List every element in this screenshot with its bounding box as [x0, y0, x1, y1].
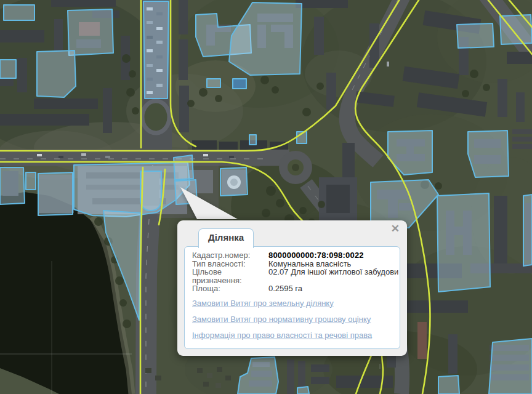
- field-value: 8000000000:78:098:0022: [268, 251, 364, 260]
- link-ownership-rights-info[interactable]: Інформація про право власності та речові…: [192, 331, 392, 339]
- close-icon[interactable]: ✕: [391, 222, 400, 236]
- field-ownership-type: Тип власності: Комунальна власність: [192, 260, 392, 268]
- parcel-links: Замовити Витяг про земельну ділянку Замо…: [185, 293, 400, 339]
- field-value: Комунальна власність: [268, 260, 351, 268]
- field-cadastral-number: Кадастр.номер: 8000000000:78:098:0022: [192, 251, 392, 260]
- field-label: Цільове призначення:: [192, 268, 268, 284]
- link-order-parcel-extract[interactable]: Замовити Витяг про земельну ділянку: [192, 299, 392, 307]
- parcel-info-panel: Кадастр.номер: 8000000000:78:098:0022 Ти…: [184, 246, 400, 349]
- field-label: Площа:: [192, 284, 268, 293]
- field-value: 02.07 Для іншої житлової забудови: [268, 268, 398, 284]
- cadastral-map-app: ✕ Ділянка Кадастр.номер: 8000000000:78:0…: [0, 0, 532, 394]
- field-label: Тип власності:: [192, 260, 268, 268]
- tab-parcel[interactable]: Ділянка: [198, 228, 254, 248]
- field-purpose: Цільове призначення: 02.07 Для іншої жит…: [192, 268, 392, 284]
- field-label: Кадастр.номер:: [192, 251, 268, 260]
- parcel-info-popup: ✕ Ділянка Кадастр.номер: 8000000000:78:0…: [177, 220, 407, 356]
- field-value: 0.2595 га: [268, 284, 302, 293]
- link-order-monetary-valuation-extract[interactable]: Замовити Витяг про нормативну грошову оц…: [192, 315, 392, 323]
- parcel-fields: Кадастр.номер: 8000000000:78:098:0022 Ти…: [185, 247, 400, 293]
- popup-callout-pointer: [176, 183, 244, 223]
- field-area: Площа: 0.2595 га: [192, 284, 392, 293]
